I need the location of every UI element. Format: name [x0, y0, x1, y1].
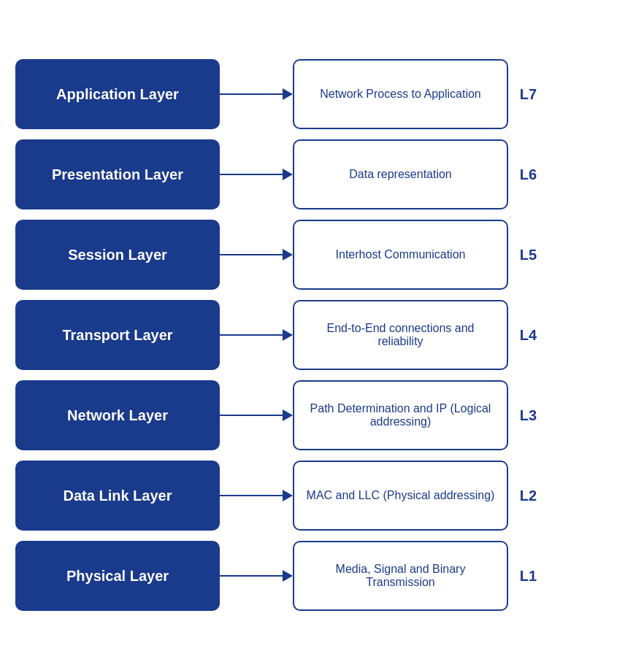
description-box-l7: Network Process to Application [293, 59, 508, 129]
layer-row: Network LayerPath Determination and IP (… [15, 380, 629, 450]
arrow-head [283, 249, 293, 261]
layer-row: Session LayerInterhost CommunicationL5 [15, 220, 629, 290]
arrow-head [283, 88, 293, 100]
layer-box-l6: Presentation Layer [15, 139, 220, 209]
layer-box-l7: Application Layer [15, 59, 220, 129]
arrow-line [220, 334, 283, 336]
level-label-l7: L7 [508, 86, 548, 103]
layer-row: Transport LayerEnd-to-End connections an… [15, 300, 629, 370]
description-box-l2: MAC and LLC (Physical addressing) [293, 461, 508, 531]
arrow-l3 [220, 409, 293, 421]
arrow-head [283, 409, 293, 421]
level-label-l6: L6 [508, 166, 548, 183]
arrow-l1 [220, 570, 293, 582]
arrow-l5 [220, 249, 293, 261]
arrow-l6 [220, 169, 293, 180]
level-label-l1: L1 [508, 568, 548, 585]
arrow-head [283, 490, 293, 501]
arrow-l7 [220, 88, 293, 100]
description-box-l1: Media, Signal and Binary Transmission [293, 541, 508, 611]
arrow-line [220, 93, 283, 95]
arrow-l4 [220, 329, 293, 341]
layer-row: Physical LayerMedia, Signal and Binary T… [15, 541, 629, 611]
description-box-l3: Path Determination and IP (Logical addre… [293, 380, 508, 450]
layer-box-l1: Physical Layer [15, 541, 220, 611]
arrow-line [220, 174, 283, 175]
layer-row: Application LayerNetwork Process to Appl… [15, 59, 629, 129]
layer-box-l2: Data Link Layer [15, 461, 220, 531]
layer-box-l4: Transport Layer [15, 300, 220, 370]
arrow-line [220, 575, 283, 577]
arrow-head [283, 169, 293, 180]
osi-diagram: Application LayerNetwork Process to Appl… [8, 45, 636, 625]
description-box-l6: Data representation [293, 139, 508, 209]
arrow-head [283, 329, 293, 341]
layer-row: Data Link LayerMAC and LLC (Physical add… [15, 461, 629, 531]
description-box-l5: Interhost Communication [293, 220, 508, 290]
arrow-line [220, 254, 283, 255]
level-label-l3: L3 [508, 407, 548, 424]
arrow-line [220, 495, 283, 496]
arrow-head [283, 570, 293, 582]
arrow-line [220, 415, 283, 416]
level-label-l5: L5 [508, 247, 548, 263]
arrow-l2 [220, 490, 293, 501]
layer-box-l3: Network Layer [15, 380, 220, 450]
layer-row: Presentation LayerData representationL6 [15, 139, 629, 209]
description-box-l4: End-to-End connections and reliability [293, 300, 508, 370]
level-label-l4: L4 [508, 327, 548, 344]
level-label-l2: L2 [508, 488, 548, 504]
layer-box-l5: Session Layer [15, 220, 220, 290]
